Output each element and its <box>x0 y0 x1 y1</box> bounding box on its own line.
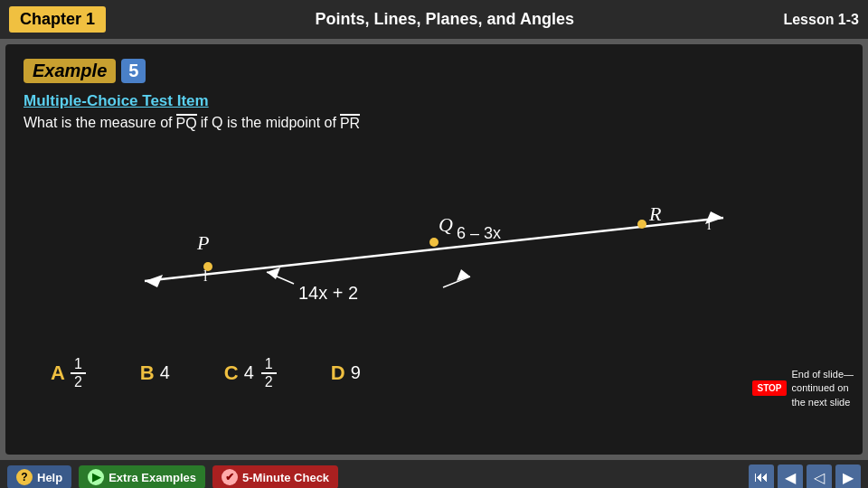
check-icon: ✔ <box>222 469 238 485</box>
answer-a: A 1 2 <box>51 356 86 389</box>
segment-pq: PQ <box>176 114 197 132</box>
main-content: Example 5 Multiple-Choice Test Item What… <box>5 44 863 455</box>
question-body: What is the measure of PQ if Q is the mi… <box>24 114 844 132</box>
header-title: Points, Lines, Planes, and Angles <box>106 10 783 29</box>
svg-text:14x + 2: 14x + 2 <box>298 283 358 303</box>
header-lesson: Lesson 1-3 <box>783 12 859 28</box>
svg-text:P: P <box>196 231 209 254</box>
chapter-label: Chapter 1 <box>9 6 106 33</box>
extra-label: Extra Examples <box>108 471 196 484</box>
question-middle: if Q is the midpoint of <box>201 115 336 131</box>
five-minute-check-button[interactable]: ✔ 5-Minute Check <box>212 465 338 488</box>
check-label: 5-Minute Check <box>242 471 329 484</box>
svg-text:l: l <box>203 268 208 284</box>
extra-icon: ▶ <box>88 469 104 485</box>
answer-b: B 4 <box>140 361 170 385</box>
end-note-text: End of slide—continued onthe next slide <box>792 368 854 409</box>
svg-marker-1 <box>145 275 163 287</box>
help-icon: ? <box>16 469 33 485</box>
question-prefix: What is the measure of <box>24 115 173 131</box>
svg-text:R: R <box>648 202 662 225</box>
segment-pr: PR <box>340 114 360 132</box>
svg-text:Q: Q <box>439 213 453 236</box>
help-button[interactable]: ? Help <box>7 465 71 488</box>
diagram: P l Q 6 – 3x R l 14x + 2 <box>118 141 750 349</box>
nav-back-button[interactable]: ◁ <box>807 465 832 488</box>
question-title: Multiple-Choice Test Item <box>24 92 844 110</box>
example-number: 5 <box>121 59 146 83</box>
example-label: Example <box>24 59 116 83</box>
svg-line-15 <box>443 277 470 287</box>
extra-examples-button[interactable]: ▶ Extra Examples <box>79 465 205 488</box>
nav-buttons: ⏮ ◀ ◁ ▶ <box>749 465 861 488</box>
bottom-bar: ? Help ▶ Extra Examples ✔ 5-Minute Check… <box>0 460 868 488</box>
svg-line-0 <box>145 218 723 281</box>
answer-choices: A 1 2 B 4 C 4 1 2 D 9 <box>24 356 844 389</box>
answer-d: D 9 <box>331 361 361 385</box>
nav-first-button[interactable]: ⏮ <box>749 465 774 488</box>
answer-c: C 4 1 2 <box>224 356 277 389</box>
svg-point-6 <box>429 238 439 247</box>
nav-prev-button[interactable]: ◀ <box>778 465 803 488</box>
header: Chapter 1 Points, Lines, Planes, and Ang… <box>0 0 868 39</box>
svg-text:6 – 3x: 6 – 3x <box>457 224 501 242</box>
nav-next-button[interactable]: ▶ <box>835 465 861 488</box>
svg-point-9 <box>637 220 646 229</box>
end-note: STOP End of slide—continued onthe next s… <box>752 368 854 409</box>
help-label: Help <box>37 471 62 484</box>
example-badge: Example 5 <box>24 59 146 83</box>
svg-text:l: l <box>707 217 712 232</box>
stop-icon: STOP <box>752 380 786 396</box>
